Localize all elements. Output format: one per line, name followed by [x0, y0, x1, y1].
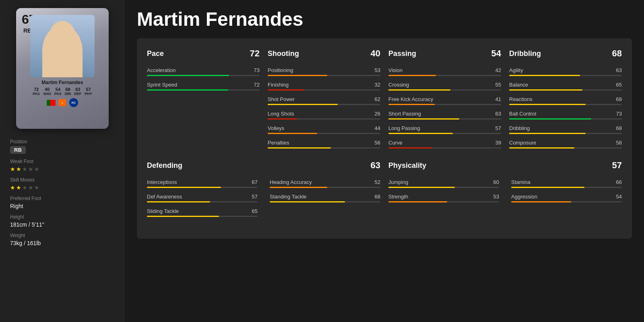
- stat-value: 56: [375, 140, 380, 146]
- stat-bar: [268, 118, 297, 120]
- category-header-defending: Defending63: [147, 160, 380, 173]
- stat-bar: [388, 187, 455, 188]
- stat-row: Penalties56: [268, 140, 380, 146]
- category-value: 54: [491, 48, 501, 59]
- stat-name: Shot Power: [268, 96, 295, 102]
- nationality-flag: [47, 100, 56, 106]
- category-value: 40: [371, 48, 380, 59]
- stat-item: Jumping60: [388, 179, 499, 188]
- stat-value: 52: [375, 179, 380, 185]
- stat-value: 39: [495, 140, 501, 146]
- stat-name: Def Awareness: [147, 194, 182, 200]
- stat-bar-bg: [509, 104, 622, 105]
- stat-item: Free Kick Accuracy41: [388, 96, 501, 105]
- stat-value: 73: [254, 67, 260, 73]
- stat-bar-bg: [268, 118, 380, 120]
- right-panel: Martim Fernandes Pace72Acceleration73Spr…: [125, 0, 644, 322]
- stat-value: 67: [252, 179, 258, 185]
- category-name: Physicality: [388, 161, 426, 170]
- stat-item: Composure58: [509, 140, 622, 149]
- stat-bar-bg: [509, 147, 622, 149]
- stat-bar: [509, 133, 586, 134]
- stat-item: Volleys44: [268, 125, 380, 134]
- stat-bar-bg: [388, 201, 499, 202]
- stat-value: 41: [495, 96, 501, 102]
- stat-item: Stamina66: [511, 179, 622, 188]
- stat-value: 68: [375, 194, 380, 200]
- stat-bar-bg: [509, 89, 622, 91]
- stat-value: 57: [495, 125, 501, 131]
- height-value: 181cm / 5'11": [10, 221, 115, 228]
- stat-row: Dribbling68: [509, 125, 622, 131]
- skill-star-5: ★: [34, 184, 39, 191]
- player-card-area: 67 RB Martim Fernandes 72 PAC 40 SHO 54 …: [0, 0, 125, 133]
- stat-name: Penalties: [268, 140, 289, 146]
- stat-value: 63: [495, 111, 501, 117]
- stat-name: Composure: [509, 140, 536, 146]
- height-label: Height: [10, 214, 115, 220]
- stat-row: Ball Control73: [509, 111, 622, 117]
- skill-star-2: ★: [16, 184, 21, 191]
- stat-value: 42: [495, 67, 501, 73]
- card-stats-row: 72 PAC 40 SHO 54 PAS 68 DRI 63 DEF: [33, 87, 92, 96]
- star-4: ★: [28, 166, 33, 172]
- card-flags: L FC: [47, 98, 78, 107]
- stat-name: Long Passing: [388, 125, 420, 131]
- stat-row: Acceleration73: [147, 67, 260, 73]
- category-value: 63: [371, 160, 380, 171]
- category-shooting: Shooting40Positioning53Finishing32Shot P…: [268, 48, 380, 160]
- stat-bar-bg: [509, 133, 622, 134]
- stat-value: 53: [493, 194, 499, 200]
- stat-row: Jumping60: [388, 179, 499, 185]
- stat-bar-bg: [388, 118, 501, 120]
- category-name: Defending: [147, 161, 182, 170]
- stat-row: Finishing32: [268, 82, 380, 88]
- preferred-foot-label: Preferred Foot: [10, 196, 115, 201]
- stat-item: Balance65: [509, 82, 622, 91]
- stat-item: Finishing32: [268, 82, 380, 91]
- stat-bar: [388, 75, 436, 76]
- stat-value: 58: [616, 140, 622, 146]
- player-card: 67 RB Martim Fernandes 72 PAC 40 SHO 54 …: [16, 8, 109, 129]
- stat-row: Crossing55: [388, 82, 501, 88]
- left-panel: 67 RB Martim Fernandes 72 PAC 40 SHO 54 …: [0, 0, 125, 322]
- stat-item: Ball Control73: [509, 111, 622, 120]
- stat-row: Short Passing63: [388, 111, 501, 117]
- stat-bar-bg: [388, 75, 501, 76]
- star-3: ★: [22, 166, 27, 172]
- stat-bar: [388, 201, 447, 202]
- stat-row: Long Shots26: [268, 111, 380, 117]
- category-name: Pace: [147, 50, 164, 58]
- stat-name: Short Passing: [388, 111, 421, 117]
- stat-bar: [268, 133, 317, 134]
- stat-bar: [511, 201, 571, 202]
- stat-name: Dribbling: [509, 125, 530, 131]
- stat-name: Long Shots: [268, 111, 294, 117]
- stat-row: Reactions68: [509, 96, 622, 102]
- stat-bar: [147, 187, 221, 188]
- stat-bar-bg: [511, 187, 622, 188]
- stat-bar-bg: [270, 201, 380, 202]
- stat-name: Agility: [509, 67, 523, 73]
- stat-value: 54: [616, 194, 622, 200]
- stat-bar: [388, 118, 459, 120]
- category-defending: Defending63Interceptions67Heading Accura…: [147, 160, 380, 229]
- star-5: ★: [34, 166, 39, 172]
- stat-row: Vision42: [388, 67, 501, 73]
- stat-bar-bg: [268, 75, 380, 76]
- stat-item: Crossing55: [388, 82, 501, 91]
- stat-value: 65: [252, 208, 258, 214]
- stat-name: Curve: [388, 140, 402, 146]
- stat-name: Sprint Speed: [147, 82, 177, 88]
- card-stat-pac: 72 PAC: [33, 87, 40, 96]
- stat-row: Heading Accuracy52: [270, 179, 380, 185]
- stat-value: 53: [375, 67, 380, 73]
- player-info-section: Position RB Weak Foot ★ ★ ★ ★ ★ Skill Mo…: [0, 133, 125, 257]
- stat-value: 62: [375, 96, 380, 102]
- stat-bar: [509, 104, 586, 105]
- category-header-physicality: Physicality57: [388, 160, 622, 173]
- category-name: Shooting: [268, 50, 299, 58]
- stat-item: Def Awareness57: [147, 194, 258, 202]
- stat-value: 66: [616, 179, 622, 185]
- stat-row: Free Kick Accuracy41: [388, 96, 501, 102]
